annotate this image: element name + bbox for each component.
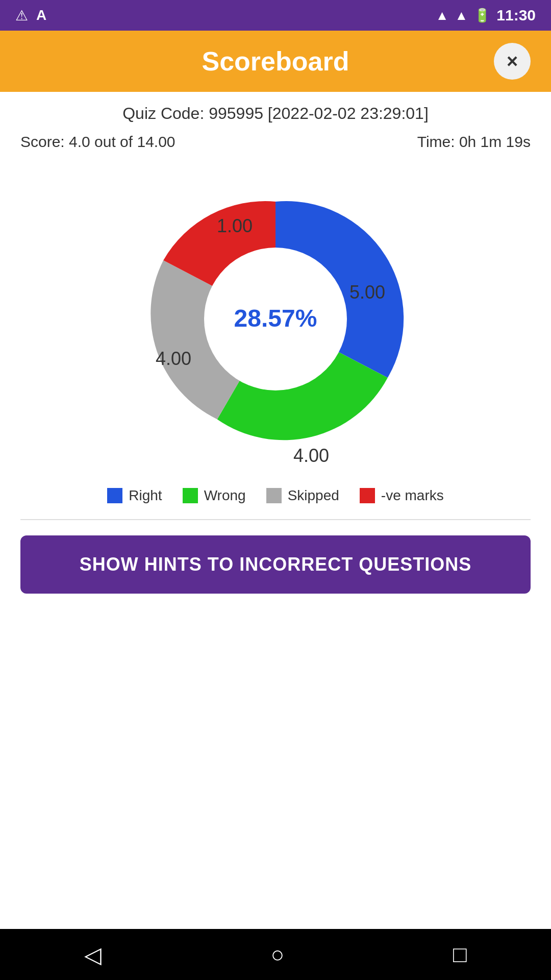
battery-icon: 🔋 (474, 8, 490, 23)
back-icon[interactable]: ◁ (84, 942, 102, 968)
recent-icon[interactable]: □ (453, 942, 467, 967)
a-icon: A (36, 7, 46, 23)
header: Scoreboard × (0, 31, 551, 92)
legend-color-skipped (266, 488, 282, 503)
label-skipped-value: 4.00 (156, 348, 191, 369)
legend-item-wrong: Wrong (183, 487, 246, 504)
status-bar-right: ▲ ▲ 🔋 11:30 (436, 7, 536, 24)
wifi-icon: ▲ (436, 8, 449, 23)
warning-icon: ⚠ (15, 7, 28, 24)
legend-label-ve-marks: -ve marks (381, 487, 444, 504)
chart-container: 28.57% 5.00 4.00 4.00 1.00 (0, 156, 551, 477)
legend-item-right: Right (107, 487, 162, 504)
legend-color-wrong (183, 488, 198, 503)
legend-color-right (107, 488, 122, 503)
time-text: Time: 0h 1m 19s (417, 133, 531, 151)
label-ve-value: 1.00 (217, 215, 253, 236)
score-text: Score: 4.0 out of 14.00 (20, 133, 176, 151)
legend-label-wrong: Wrong (204, 487, 246, 504)
legend-label-right: Right (129, 487, 162, 504)
signal-icon: ▲ (455, 8, 468, 23)
close-button[interactable]: × (494, 43, 531, 80)
legend-color-ve-marks (360, 488, 375, 503)
quiz-code: Quiz Code: 995995 [2022-02-02 23:29:01] (122, 104, 429, 122)
home-icon[interactable]: ○ (270, 942, 284, 967)
label-right-value: 5.00 (349, 282, 385, 303)
legend: Right Wrong Skipped -ve marks (0, 477, 551, 514)
center-percentage: 28.57% (234, 305, 317, 332)
bottom-nav: ◁ ○ □ (0, 929, 551, 980)
legend-item-skipped: Skipped (266, 487, 339, 504)
status-time: 11:30 (496, 7, 536, 24)
label-wrong-value: 4.00 (293, 445, 329, 466)
page-title: Scoreboard (202, 46, 349, 77)
score-time-row: Score: 4.0 out of 14.00 Time: 0h 1m 19s (0, 128, 551, 156)
status-bar: ⚠ A ▲ ▲ 🔋 11:30 (0, 0, 551, 31)
status-bar-left: ⚠ A (15, 7, 46, 24)
quiz-info: Quiz Code: 995995 [2022-02-02 23:29:01] (0, 92, 551, 128)
donut-chart: 28.57% 5.00 4.00 4.00 1.00 (122, 166, 429, 472)
divider (20, 519, 531, 520)
legend-item-ve-marks: -ve marks (360, 487, 444, 504)
show-hints-button[interactable]: SHOW HINTS TO INCORRECT QUESTIONS (20, 535, 531, 594)
legend-label-skipped: Skipped (288, 487, 339, 504)
